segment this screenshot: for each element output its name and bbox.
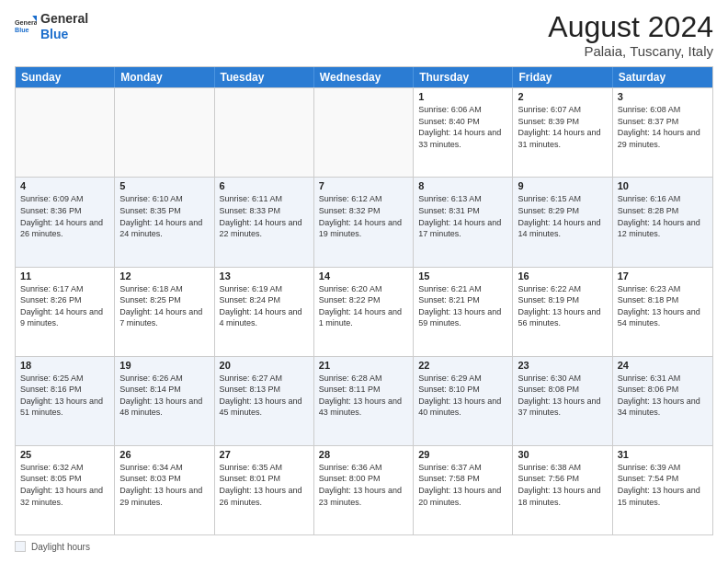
calendar-header-cell: Thursday [414, 67, 513, 87]
cell-text: Sunrise: 6:37 AM Sunset: 7:58 PM Dayligh… [418, 462, 507, 508]
calendar-cell: 20Sunrise: 6:27 AM Sunset: 8:13 PM Dayli… [215, 357, 314, 445]
page: General Blue General Blue August 2024 Pa… [0, 0, 728, 563]
cell-text: Sunrise: 6:19 AM Sunset: 8:24 PM Dayligh… [220, 283, 309, 329]
calendar-cell: 8Sunrise: 6:13 AM Sunset: 8:31 PM Daylig… [414, 178, 513, 266]
calendar-cell: 31Sunrise: 6:39 AM Sunset: 7:54 PM Dayli… [613, 446, 712, 534]
calendar-cell: 28Sunrise: 6:36 AM Sunset: 8:00 PM Dayli… [314, 446, 414, 534]
title-block: August 2024 Palaia, Tuscany, Italy [548, 11, 713, 59]
calendar-cell: 24Sunrise: 6:31 AM Sunset: 8:06 PM Dayli… [613, 357, 712, 445]
svg-text:Blue: Blue [15, 26, 29, 34]
calendar-row: 1Sunrise: 6:06 AM Sunset: 8:40 PM Daylig… [16, 87, 712, 177]
calendar-cell: 1Sunrise: 6:06 AM Sunset: 8:40 PM Daylig… [414, 88, 513, 177]
day-number: 14 [319, 270, 408, 282]
day-number: 10 [618, 180, 708, 191]
day-number: 20 [220, 360, 309, 371]
legend-label: Daylight hours [31, 542, 90, 552]
cell-text: Sunrise: 6:13 AM Sunset: 8:31 PM Dayligh… [418, 193, 507, 239]
day-number: 7 [319, 180, 408, 191]
logo: General Blue General Blue [15, 11, 88, 42]
day-number: 9 [518, 180, 607, 191]
day-number: 21 [319, 360, 408, 371]
calendar-header-cell: Wednesday [314, 67, 414, 87]
cell-text: Sunrise: 6:20 AM Sunset: 8:22 PM Dayligh… [319, 283, 408, 329]
calendar-cell: 3Sunrise: 6:08 AM Sunset: 8:37 PM Daylig… [613, 88, 712, 177]
cell-text: Sunrise: 6:32 AM Sunset: 8:05 PM Dayligh… [20, 462, 109, 508]
subtitle: Palaia, Tuscany, Italy [548, 43, 713, 59]
cell-text: Sunrise: 6:06 AM Sunset: 8:40 PM Dayligh… [418, 104, 507, 150]
calendar-cell: 22Sunrise: 6:29 AM Sunset: 8:10 PM Dayli… [414, 357, 513, 445]
calendar-cell: 13Sunrise: 6:19 AM Sunset: 8:24 PM Dayli… [215, 268, 314, 356]
legend-box [15, 541, 26, 552]
calendar: SundayMondayTuesdayWednesdayThursdayFrid… [15, 66, 713, 535]
calendar-cell: 15Sunrise: 6:21 AM Sunset: 8:21 PM Dayli… [414, 268, 513, 356]
cell-text: Sunrise: 6:08 AM Sunset: 8:37 PM Dayligh… [618, 104, 708, 150]
calendar-header: SundayMondayTuesdayWednesdayThursdayFrid… [16, 67, 712, 87]
day-number: 22 [418, 360, 507, 371]
cell-text: Sunrise: 6:17 AM Sunset: 8:26 PM Dayligh… [20, 283, 109, 329]
calendar-row: 11Sunrise: 6:17 AM Sunset: 8:26 PM Dayli… [16, 267, 712, 356]
day-number: 18 [20, 360, 109, 371]
cell-text: Sunrise: 6:22 AM Sunset: 8:19 PM Dayligh… [518, 283, 607, 329]
cell-text: Sunrise: 6:16 AM Sunset: 8:28 PM Dayligh… [618, 193, 708, 239]
calendar-cell: 7Sunrise: 6:12 AM Sunset: 8:32 PM Daylig… [314, 178, 414, 266]
cell-text: Sunrise: 6:12 AM Sunset: 8:32 PM Dayligh… [319, 193, 408, 239]
day-number: 8 [418, 180, 507, 191]
day-number: 4 [20, 180, 109, 191]
calendar-header-cell: Sunday [16, 67, 115, 87]
cell-text: Sunrise: 6:25 AM Sunset: 8:16 PM Dayligh… [20, 373, 109, 419]
cell-text: Sunrise: 6:09 AM Sunset: 8:36 PM Dayligh… [20, 193, 109, 239]
calendar-cell: 6Sunrise: 6:11 AM Sunset: 8:33 PM Daylig… [215, 178, 314, 266]
calendar-cell [16, 88, 115, 177]
logo-blue: Blue [40, 27, 68, 41]
cell-text: Sunrise: 6:21 AM Sunset: 8:21 PM Dayligh… [418, 283, 507, 329]
day-number: 31 [618, 449, 708, 460]
calendar-cell [215, 88, 314, 177]
calendar-cell: 2Sunrise: 6:07 AM Sunset: 8:39 PM Daylig… [513, 88, 612, 177]
day-number: 26 [119, 449, 209, 460]
logo-text: General Blue [40, 11, 88, 42]
day-number: 13 [220, 270, 309, 282]
cell-text: Sunrise: 6:27 AM Sunset: 8:13 PM Dayligh… [220, 373, 309, 419]
day-number: 24 [618, 360, 708, 371]
day-number: 29 [418, 449, 507, 460]
day-number: 30 [518, 449, 607, 460]
legend: Daylight hours [15, 541, 713, 552]
calendar-cell: 4Sunrise: 6:09 AM Sunset: 8:36 PM Daylig… [16, 178, 115, 266]
calendar-cell: 5Sunrise: 6:10 AM Sunset: 8:35 PM Daylig… [115, 178, 214, 266]
cell-text: Sunrise: 6:38 AM Sunset: 7:56 PM Dayligh… [518, 462, 607, 508]
calendar-cell: 21Sunrise: 6:28 AM Sunset: 8:11 PM Dayli… [314, 357, 414, 445]
cell-text: Sunrise: 6:15 AM Sunset: 8:29 PM Dayligh… [518, 193, 607, 239]
calendar-header-cell: Tuesday [215, 67, 314, 87]
calendar-row: 25Sunrise: 6:32 AM Sunset: 8:05 PM Dayli… [16, 445, 712, 534]
day-number: 17 [618, 270, 708, 282]
calendar-header-cell: Monday [115, 67, 214, 87]
cell-text: Sunrise: 6:34 AM Sunset: 8:03 PM Dayligh… [119, 462, 209, 508]
svg-text:General: General [15, 17, 37, 26]
calendar-cell: 17Sunrise: 6:23 AM Sunset: 8:18 PM Dayli… [613, 268, 712, 356]
calendar-cell: 14Sunrise: 6:20 AM Sunset: 8:22 PM Dayli… [314, 268, 414, 356]
calendar-cell [314, 88, 414, 177]
cell-text: Sunrise: 6:30 AM Sunset: 8:08 PM Dayligh… [518, 373, 607, 419]
header: General Blue General Blue August 2024 Pa… [15, 11, 713, 59]
calendar-cell: 29Sunrise: 6:37 AM Sunset: 7:58 PM Dayli… [414, 446, 513, 534]
calendar-row: 18Sunrise: 6:25 AM Sunset: 8:16 PM Dayli… [16, 356, 712, 445]
day-number: 3 [618, 91, 708, 102]
calendar-header-cell: Friday [513, 67, 612, 87]
calendar-cell: 27Sunrise: 6:35 AM Sunset: 8:01 PM Dayli… [215, 446, 314, 534]
day-number: 28 [319, 449, 408, 460]
cell-text: Sunrise: 6:35 AM Sunset: 8:01 PM Dayligh… [220, 462, 309, 508]
calendar-cell [115, 88, 214, 177]
logo-icon: General Blue [15, 16, 37, 38]
day-number: 19 [119, 360, 209, 371]
cell-text: Sunrise: 6:10 AM Sunset: 8:35 PM Dayligh… [119, 193, 209, 239]
calendar-cell: 19Sunrise: 6:26 AM Sunset: 8:14 PM Dayli… [115, 357, 214, 445]
day-number: 25 [20, 449, 109, 460]
cell-text: Sunrise: 6:11 AM Sunset: 8:33 PM Dayligh… [220, 193, 309, 239]
calendar-body: 1Sunrise: 6:06 AM Sunset: 8:40 PM Daylig… [16, 87, 712, 534]
cell-text: Sunrise: 6:23 AM Sunset: 8:18 PM Dayligh… [618, 283, 708, 329]
day-number: 2 [518, 91, 607, 102]
cell-text: Sunrise: 6:26 AM Sunset: 8:14 PM Dayligh… [119, 373, 209, 419]
calendar-cell: 18Sunrise: 6:25 AM Sunset: 8:16 PM Dayli… [16, 357, 115, 445]
cell-text: Sunrise: 6:07 AM Sunset: 8:39 PM Dayligh… [518, 104, 607, 150]
day-number: 16 [518, 270, 607, 282]
